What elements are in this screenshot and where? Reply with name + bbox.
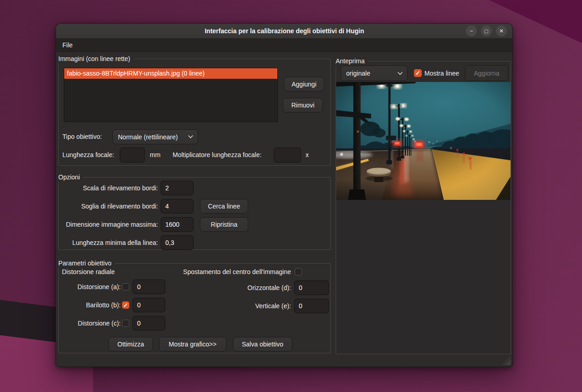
lens-type-select[interactable]: Normale (rettilineare) xyxy=(112,129,198,144)
horizontal-d-label: Orizzontale (d): xyxy=(209,280,291,295)
edge-threshold-label: Soglia di rilevamento bordi: xyxy=(62,199,158,214)
menu-file[interactable]: File xyxy=(56,39,79,52)
min-line-length-input[interactable] xyxy=(161,235,194,250)
update-button[interactable]: Aggiorna xyxy=(465,65,508,81)
horizontal-d-input[interactable] xyxy=(294,280,329,295)
center-shift-label: Spostamento del centro dell'immagine xyxy=(154,266,291,277)
distortion-a-checkbox[interactable] xyxy=(122,283,129,290)
preview-zoom-select[interactable]: originale xyxy=(341,66,408,81)
images-group-title: Immagini (con linee rette) xyxy=(58,55,133,63)
edge-threshold-input[interactable] xyxy=(161,199,194,214)
distortion-c-input[interactable] xyxy=(133,316,165,331)
edge-scale-input[interactable] xyxy=(161,181,194,195)
lens-type-label: Tipo obiettivo: xyxy=(62,129,102,144)
focal-multiplier-input[interactable] xyxy=(274,148,301,163)
show-lines-checkbox[interactable] xyxy=(414,69,422,77)
image-list[interactable]: fabio-sasso-8BTrldpHRMY-unsplash.jpg (0 … xyxy=(64,68,278,122)
lens-type-value: Normale (rettilineare) xyxy=(113,133,188,141)
distortion-a-label: Distorsione (a): xyxy=(62,280,121,294)
lens-params-group: Parametri obiettivo Distorsione radiale … xyxy=(58,263,331,353)
resize-grip-icon[interactable] xyxy=(501,356,511,365)
options-group: Opzioni Scala di rilevamento bordi: Sogl… xyxy=(58,177,331,250)
preview-zoom-value: originale xyxy=(341,70,398,77)
find-lines-button[interactable]: Cerca linee xyxy=(200,199,248,214)
menubar: File xyxy=(56,39,512,52)
remove-button[interactable]: Rimuovi xyxy=(283,98,323,112)
window-controls: − □ ✕ xyxy=(462,25,512,36)
focal-length-label: Lunghezza focale: xyxy=(62,148,114,163)
chevron-down-icon xyxy=(398,72,407,75)
barrel-b-label: Barilotto (b): xyxy=(62,298,121,312)
max-image-size-input[interactable] xyxy=(161,217,194,232)
preview-group: Anteprima originale Mostra linee Aggiorn… xyxy=(336,61,511,354)
distortion-c-label: Distorsione (c): xyxy=(62,316,121,331)
radial-distortion-heading: Distorsione radiale xyxy=(62,266,115,277)
hugin-calibration-window: Interfaccia per la calibrazione degli ob… xyxy=(56,23,513,367)
list-item[interactable]: fabio-sasso-8BTrldpHRMY-unsplash.jpg (0 … xyxy=(64,68,277,79)
vertical-e-label: Verticale (e): xyxy=(209,299,291,313)
optimize-button[interactable]: Ottimizza xyxy=(108,337,153,351)
add-button[interactable]: Aggiungi xyxy=(284,77,324,92)
focal-unit-label: mm xyxy=(150,148,160,163)
barrel-b-checkbox[interactable] xyxy=(122,301,129,309)
barrel-b-input[interactable] xyxy=(133,298,165,312)
preview-image xyxy=(336,82,511,200)
titlebar[interactable]: Interfaccia per la calibrazione degli ob… xyxy=(56,24,512,39)
reset-button[interactable]: Ripristina xyxy=(200,217,248,232)
save-lens-button[interactable]: Salva obiettivo xyxy=(233,337,292,351)
window-title: Interfaccia per la calibrazione degli ob… xyxy=(56,27,462,35)
distortion-a-input[interactable] xyxy=(133,280,165,294)
vertical-e-input[interactable] xyxy=(294,299,329,313)
focal-length-input[interactable] xyxy=(120,148,145,163)
center-shift-checkbox[interactable] xyxy=(295,268,302,275)
min-line-length-label: Lunghezza minima della linea: xyxy=(62,235,158,250)
chevron-down-icon xyxy=(188,135,198,138)
close-icon[interactable]: ✕ xyxy=(496,25,507,36)
multiplier-unit-label: x xyxy=(306,148,309,163)
preview-canvas[interactable] xyxy=(336,82,511,354)
focal-multiplier-label: Moltiplicatore lunghezza focale: xyxy=(173,148,261,163)
minimize-icon[interactable]: − xyxy=(466,25,477,36)
preview-group-title: Anteprima xyxy=(336,57,368,66)
maximize-icon[interactable]: □ xyxy=(481,25,492,36)
distortion-c-checkbox[interactable] xyxy=(122,320,129,327)
show-graph-button[interactable]: Mostra grafico>> xyxy=(159,337,226,351)
max-image-size-label: Dimensione immagine massima: xyxy=(62,217,158,232)
show-lines-label: Mostra linee xyxy=(424,66,459,81)
images-group: Immagini (con linee rette) fabio-sasso-8… xyxy=(58,59,331,166)
edge-scale-label: Scala di rilevamento bordi: xyxy=(62,181,158,195)
